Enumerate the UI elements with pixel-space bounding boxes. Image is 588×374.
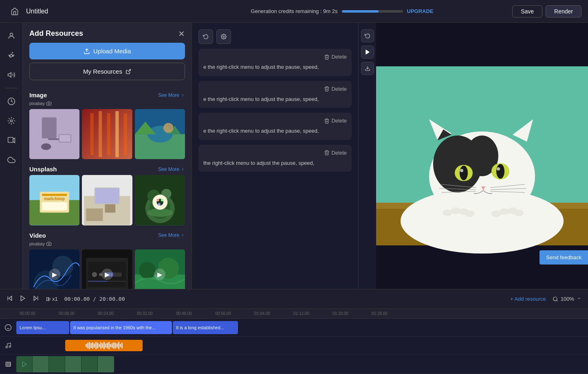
svg-rect-38	[86, 209, 103, 221]
audio-track	[0, 337, 588, 354]
bottom-area: x1 00:00.00 / 20:00.00 + Add resource 10…	[0, 289, 588, 374]
image-item-3[interactable]	[135, 109, 185, 159]
upload-media-button[interactable]: Upload Media	[29, 43, 185, 59]
ruler-mark-7: 01:12.00	[293, 311, 333, 316]
my-resources-label: My Resources	[83, 68, 122, 75]
panel-scroll[interactable]: Image See More pixabay	[23, 85, 192, 289]
add-resources-panel: Add Resources ✕ Upload Media My Resource…	[23, 23, 192, 289]
video-grid: ▶	[29, 249, 185, 289]
text-clip-1[interactable]: Lorem Ipsu...	[16, 321, 69, 334]
scene-text-3: e the right-click menu to adjust the pau…	[203, 127, 347, 135]
text-track-content: Lorem Ipsu... It was popularised in the …	[16, 319, 588, 336]
ruler-mark-0: 00:00.00	[20, 311, 59, 316]
upgrade-button[interactable]: UPGRADE	[407, 8, 434, 14]
video-see-more[interactable]: See More	[158, 232, 185, 238]
video-play-overlay-1: ▶	[49, 269, 60, 280]
ruler-mark-3: 00:32.00	[137, 311, 176, 316]
svg-rect-19	[107, 113, 110, 155]
side-refresh-button[interactable]	[361, 29, 374, 42]
close-panel-button[interactable]: ✕	[178, 30, 185, 38]
my-resources-button[interactable]: My Resources	[29, 63, 185, 80]
text-clip-2[interactable]: It was popularised in the 1960s with the…	[70, 321, 172, 334]
svg-marker-5	[13, 138, 15, 143]
delete-scene-3-button[interactable]: Delete	[324, 118, 347, 124]
svg-point-3	[10, 120, 12, 122]
delete-scene-4-button[interactable]: Delete	[324, 150, 347, 156]
video-item-2[interactable]: ▶	[82, 249, 132, 289]
sidebar-avatar-icon[interactable]	[3, 28, 20, 44]
video-filmstrip[interactable]	[16, 356, 114, 372]
svg-point-68	[223, 36, 225, 37]
side-download-button[interactable]	[361, 62, 374, 75]
ruler-mark-5: 00:56.00	[215, 311, 254, 316]
ruler-mark-1: 00:08.00	[59, 311, 98, 316]
timeline[interactable]: 00:00.00 00:08.00 00:24.00 00:32.00 00:4…	[0, 308, 588, 374]
video-play-overlay-3: ▶	[154, 269, 165, 280]
delete-scene-2-button[interactable]: Delete	[324, 86, 347, 92]
svg-marker-1	[8, 72, 11, 77]
img-placeholder-2	[82, 109, 132, 159]
image-grid-unsplash: mailchimp	[29, 175, 185, 225]
add-resource-button[interactable]: + Add resource	[510, 296, 546, 302]
text-track-icon	[0, 324, 16, 331]
svg-marker-123	[22, 362, 26, 367]
sidebar-cloud-icon[interactable]	[3, 152, 20, 168]
svg-line-112	[556, 300, 557, 301]
rewind-button[interactable]	[7, 295, 13, 303]
side-play-button[interactable]	[361, 46, 374, 59]
refresh-tool-btn[interactable]	[198, 29, 213, 44]
audio-track-icon	[0, 342, 16, 349]
video-clips	[16, 356, 114, 372]
image-item-1[interactable]	[29, 109, 79, 159]
home-icon[interactable]	[7, 3, 23, 20]
image-section: Image See More pixabay	[29, 92, 185, 159]
camera-icon-video	[46, 241, 51, 246]
send-feedback-button[interactable]: Send feedback	[540, 250, 588, 265]
text-clip-3[interactable]: It is a long established...	[173, 321, 238, 334]
svg-marker-106	[21, 296, 24, 301]
ruler-mark-6: 01:04.00	[254, 311, 293, 316]
unsplash-item-2[interactable]	[82, 175, 132, 225]
unsplash-item-1[interactable]: mailchimp	[29, 175, 79, 225]
svg-rect-63	[88, 281, 107, 282]
sidebar-clock-icon[interactable]	[3, 93, 20, 109]
svg-rect-4	[8, 138, 13, 143]
sidebar-magic-icon[interactable]	[3, 47, 20, 63]
save-button[interactable]: Save	[512, 5, 542, 17]
svg-point-58	[92, 272, 97, 277]
video-section: Video See More pixabay	[29, 232, 185, 289]
img-placeholder-5	[82, 175, 132, 225]
scene-text-4: the right-click menu to adjust the pause…	[203, 159, 347, 167]
image-item-2[interactable]	[82, 109, 132, 159]
sidebar-effects-icon[interactable]	[3, 113, 20, 129]
audio-clip[interactable]	[65, 340, 143, 351]
sidebar-audio-icon[interactable]	[3, 67, 20, 83]
unsplash-see-more[interactable]: See More	[158, 166, 185, 172]
video-item-1[interactable]: ▶	[29, 249, 79, 289]
svg-rect-17	[90, 113, 94, 155]
svg-text:mailchimp: mailchimp	[44, 197, 65, 201]
svg-point-113	[5, 324, 11, 330]
settings-tool-btn[interactable]	[216, 29, 231, 44]
image-source-tag: pixabay	[29, 101, 185, 106]
scene-item-4: Delete the right-click menu to adjust th…	[198, 145, 352, 172]
delete-scene-1-button[interactable]: Delete	[324, 54, 347, 60]
video-play-overlay-2: ▶	[101, 269, 113, 280]
image-see-more[interactable]: See More	[158, 92, 185, 98]
svg-point-66	[139, 262, 156, 279]
text-track: Lorem Ipsu... It was popularised in the …	[0, 319, 588, 337]
image-grid-pixabay	[29, 109, 185, 159]
render-button[interactable]: Render	[546, 5, 581, 17]
zoom-dropdown-button[interactable]	[577, 296, 581, 302]
ruler-mark-8: 01:20.00	[333, 311, 372, 316]
play-button[interactable]	[20, 295, 26, 303]
trash-icon-3	[324, 118, 330, 124]
content-area: Delete e the right-click menu to adjust …	[192, 23, 588, 289]
svg-point-83	[460, 169, 463, 172]
svg-rect-20	[116, 111, 119, 157]
sidebar-video-icon[interactable]	[3, 132, 20, 149]
unsplash-item-3[interactable]	[135, 175, 185, 225]
video-item-3[interactable]: ▶	[135, 249, 185, 289]
forward-button[interactable]	[33, 295, 39, 303]
img-placeholder-6	[135, 175, 185, 225]
